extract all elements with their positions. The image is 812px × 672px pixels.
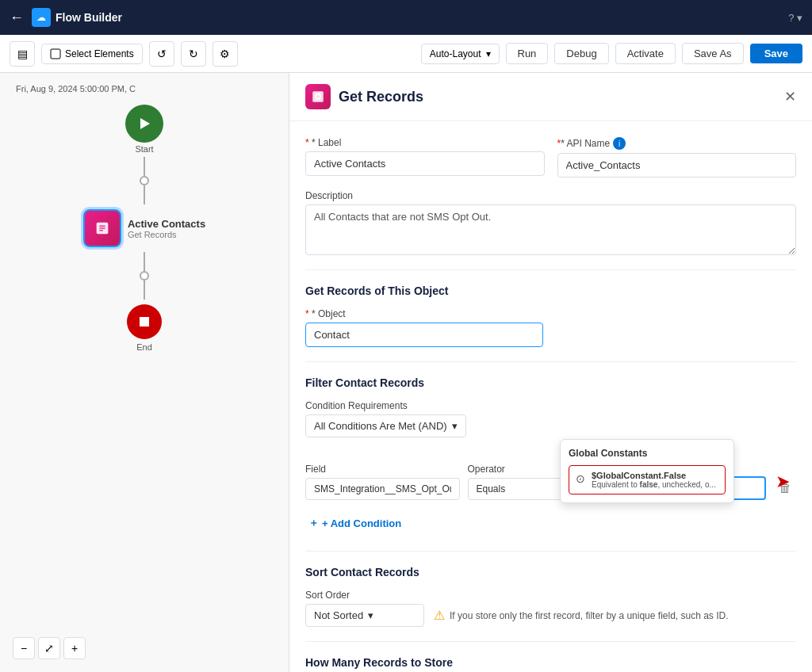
save-as-button[interactable]: Save As bbox=[682, 43, 744, 64]
api-name-info-icon[interactable]: i bbox=[613, 137, 626, 150]
play-icon bbox=[136, 115, 153, 132]
condition-val-group: Global Constants ⊙ $GlobalConstant.False… bbox=[612, 463, 767, 500]
gc-title: Global Constants bbox=[569, 448, 726, 459]
condition-select-dropdown[interactable]: All Conditions Are Met (AND) ▾ bbox=[305, 414, 466, 437]
panel-header: Get Records ✕ bbox=[289, 73, 812, 121]
sort-order-label: Sort Order bbox=[305, 590, 796, 601]
cloud-icon: ☁ bbox=[32, 8, 51, 27]
divider-3 bbox=[305, 551, 796, 552]
active-contacts-node-box bbox=[83, 209, 121, 247]
svg-rect-0 bbox=[51, 49, 60, 59]
settings-button[interactable]: ⚙ bbox=[213, 41, 238, 67]
svg-rect-6 bbox=[140, 317, 149, 326]
zoom-in-button[interactable]: + bbox=[63, 637, 86, 659]
red-arrow-indicator: ➤ bbox=[776, 472, 790, 492]
label-input[interactable] bbox=[305, 151, 545, 176]
label-label: * * Label bbox=[305, 137, 545, 148]
section-filter-title: Filter Contact Records bbox=[305, 376, 796, 389]
flow-connector-line bbox=[144, 157, 145, 176]
debug-button[interactable]: Debug bbox=[554, 43, 608, 64]
panel-title: Get Records bbox=[339, 89, 776, 105]
condition-field-group: Field bbox=[305, 464, 460, 500]
flow-connector-line-2 bbox=[144, 185, 145, 204]
description-label: Description bbox=[305, 190, 796, 201]
warning-icon: ⚠ bbox=[434, 608, 445, 623]
flow-circle-connector-2 bbox=[140, 271, 149, 281]
zoom-out-button[interactable]: − bbox=[13, 637, 35, 659]
sort-warning: ⚠ If you store only the first record, fi… bbox=[434, 608, 729, 623]
api-name-label: * * API Name i bbox=[557, 137, 797, 150]
gc-item-name: $GlobalConstant.False bbox=[592, 471, 716, 480]
condition-field-label: Field bbox=[305, 464, 460, 475]
canvas-date: Fri, Aug 9, 2024 5:00:00 PM, C bbox=[16, 84, 136, 94]
plus-icon: ＋ bbox=[308, 516, 319, 530]
object-group: * * Object bbox=[305, 308, 796, 347]
panel-header-icon bbox=[305, 84, 331, 109]
gc-item-false[interactable]: ⊙ $GlobalConstant.False Equivalent to fa… bbox=[569, 465, 726, 494]
svg-marker-1 bbox=[140, 118, 150, 129]
toolbar: ▤ Select Elements ↺ ↻ ⚙ Auto-Layout ▾ Ru… bbox=[0, 35, 812, 73]
api-name-input[interactable] bbox=[557, 153, 797, 178]
svg-rect-7 bbox=[312, 91, 324, 102]
save-button[interactable]: Save bbox=[750, 44, 802, 63]
cursor-icon bbox=[50, 48, 61, 59]
activate-button[interactable]: Activate bbox=[615, 43, 676, 64]
sort-select-dropdown[interactable]: Not Sorted ▾ bbox=[305, 604, 424, 627]
divider-1 bbox=[305, 269, 796, 270]
flow-connector-line-4 bbox=[144, 281, 145, 300]
back-button[interactable]: ← bbox=[10, 10, 24, 26]
section-sort-title: Sort Contact Records bbox=[305, 566, 796, 578]
gc-item-text: $GlobalConstant.False Equivalent to fals… bbox=[592, 471, 716, 489]
description-textarea[interactable]: All Contacts that are not SMS Opt Out. bbox=[305, 204, 796, 255]
condition-req-row: All Conditions Are Met (AND) ▾ bbox=[305, 414, 796, 437]
end-node[interactable] bbox=[127, 304, 162, 339]
active-contacts-info: Active Contacts Get Records bbox=[128, 218, 205, 239]
zoom-fit-button[interactable]: ⤢ bbox=[38, 637, 60, 659]
condition-row-1: Field Operator Global Constants ⊙ bbox=[305, 463, 796, 500]
active-contacts-node[interactable]: Active Contacts Get Records bbox=[83, 209, 205, 247]
run-button[interactable]: Run bbox=[506, 43, 549, 64]
panel-body: * * Label * * API Name i Description All… bbox=[289, 121, 812, 672]
description-group: Description All Contacts that are not SM… bbox=[305, 190, 796, 255]
divider-2 bbox=[305, 361, 796, 362]
sidebar-toggle-button[interactable]: ▤ bbox=[10, 41, 35, 67]
toggle-icon: ⊙ bbox=[576, 472, 585, 485]
get-records-icon bbox=[94, 220, 111, 237]
section-how-many-title: How Many Records to Store bbox=[305, 656, 796, 669]
start-node[interactable] bbox=[125, 105, 163, 143]
api-name-group: * * API Name i bbox=[557, 137, 797, 178]
global-constants-popup: Global Constants ⊙ $GlobalConstant.False… bbox=[560, 439, 734, 503]
section-object-title: Get Records of This Object bbox=[305, 284, 796, 297]
app-title: Flow Builder bbox=[56, 11, 122, 24]
redo-button[interactable]: ↻ bbox=[181, 41, 206, 67]
label-api-row: * * Label * * API Name i bbox=[305, 137, 796, 178]
label-group: * * Label bbox=[305, 137, 545, 178]
get-records-panel-icon bbox=[311, 90, 325, 104]
canvas-controls: − ⤢ + bbox=[13, 637, 86, 659]
panel-close-button[interactable]: ✕ bbox=[784, 88, 796, 105]
active-contacts-type: Get Records bbox=[128, 230, 205, 239]
auto-layout-dropdown[interactable]: Auto-Layout ▾ bbox=[421, 44, 500, 64]
gc-item-desc: Equivalent to false, unchecked, o... bbox=[592, 480, 716, 489]
top-nav: ← ☁ Flow Builder ? ▾ bbox=[0, 0, 812, 35]
divider-4 bbox=[305, 641, 796, 642]
stop-icon bbox=[137, 315, 151, 329]
sort-select-row: Not Sorted ▾ ⚠ If you store only the fir… bbox=[305, 604, 796, 627]
start-label: Start bbox=[135, 144, 153, 154]
end-label: End bbox=[136, 342, 152, 352]
flow-circle-connector bbox=[140, 176, 149, 185]
object-label: * * Object bbox=[305, 308, 796, 319]
flow-container: Start Active Contacts Get Records bbox=[0, 105, 289, 352]
condition-field-input[interactable] bbox=[305, 478, 460, 500]
canvas: Fri, Aug 9, 2024 5:00:00 PM, C Start bbox=[0, 73, 289, 672]
object-input[interactable] bbox=[305, 323, 543, 347]
sort-order-group: Sort Order Not Sorted ▾ ⚠ If you store o… bbox=[305, 590, 796, 627]
active-contacts-name: Active Contacts bbox=[128, 218, 205, 230]
help-button[interactable]: ? ▾ bbox=[788, 12, 802, 24]
add-condition-button[interactable]: ＋ + Add Condition bbox=[305, 510, 404, 536]
undo-button[interactable]: ↺ bbox=[149, 41, 174, 67]
condition-req-label: Condition Requirements bbox=[305, 400, 796, 411]
select-elements-button[interactable]: Select Elements bbox=[41, 44, 143, 64]
flow-connector-line-3 bbox=[144, 252, 145, 271]
main-area: Fri, Aug 9, 2024 5:00:00 PM, C Start bbox=[0, 73, 812, 672]
